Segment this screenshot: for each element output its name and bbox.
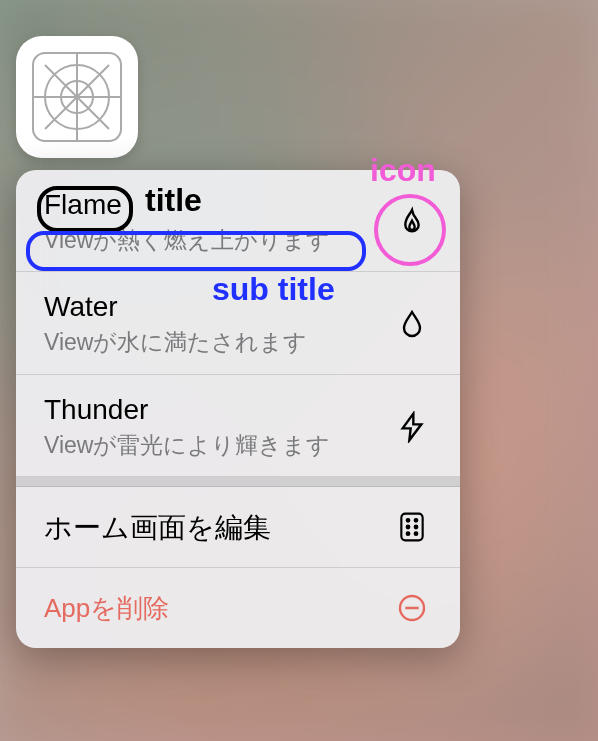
remove-icon (392, 588, 432, 628)
menu-item-delete-app[interactable]: Appを削除 (16, 568, 460, 648)
annotation-title-box (37, 186, 133, 232)
menu-item-subtitle: Viewが水に満たされます (44, 328, 392, 358)
menu-item-title: Appを削除 (44, 593, 392, 624)
menu-item-subtitle: Viewが雷光により輝きます (44, 431, 392, 461)
bolt-icon (392, 407, 432, 447)
menu-item-thunder[interactable]: Thunder Viewが雷光により輝きます (16, 375, 460, 477)
annotation-icon-circle (374, 194, 446, 266)
drop-icon (392, 304, 432, 344)
menu-item-title: ホーム画面を編集 (44, 511, 392, 545)
annotation-title-label: title (145, 182, 202, 219)
menu-item-title: Thunder (44, 393, 392, 427)
svg-rect-8 (401, 514, 422, 541)
svg-point-12 (415, 526, 418, 529)
svg-point-9 (407, 519, 410, 522)
svg-marker-7 (403, 413, 422, 440)
annotation-subtitle-label: sub title (212, 271, 335, 308)
app-icon[interactable] (16, 36, 138, 158)
svg-point-11 (407, 526, 410, 529)
apps-grid-icon (392, 507, 432, 547)
svg-point-13 (407, 533, 410, 536)
menu-separator (16, 477, 460, 487)
svg-point-14 (415, 533, 418, 536)
menu-item-edit-home[interactable]: ホーム画面を編集 (16, 487, 460, 568)
svg-point-10 (415, 519, 418, 522)
annotation-icon-label: icon (370, 152, 436, 189)
annotation-subtitle-box (26, 231, 366, 271)
